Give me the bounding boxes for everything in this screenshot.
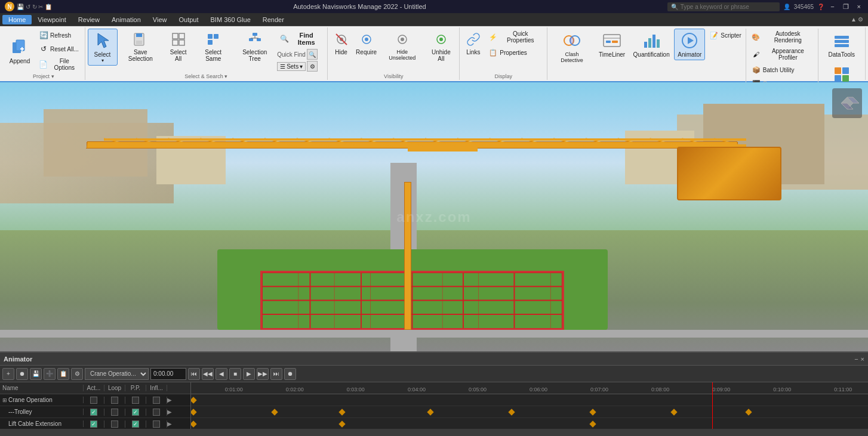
kf-trolley-2[interactable] <box>339 409 346 415</box>
trolley-active-col[interactable]: ✓ <box>84 409 104 416</box>
viewport[interactable]: anxz.com <box>0 82 868 351</box>
kf-crane-0[interactable] <box>191 397 197 403</box>
animator-header-buttons[interactable]: − × <box>854 355 864 363</box>
time-input[interactable] <box>150 368 186 380</box>
prev-frame-btn[interactable]: ◀◀ <box>202 368 214 380</box>
trolley-loop-check[interactable] <box>111 409 118 416</box>
file-options-button[interactable]: 📄 File Options <box>36 56 82 73</box>
anim-settings-btn[interactable]: ⚙ <box>71 368 83 380</box>
unhide-all-button[interactable]: Unhide All <box>425 29 457 64</box>
trolley-pp-check[interactable]: ✓ <box>132 409 139 416</box>
playhead[interactable] <box>712 382 713 429</box>
select-same-button[interactable]: Select Same <box>194 29 232 64</box>
menu-home[interactable]: Home <box>2 15 32 24</box>
find-items-button[interactable]: 🔍 Find Items <box>277 30 325 48</box>
select-button[interactable]: Select ▾ <box>88 29 118 66</box>
lift-infl-col[interactable] <box>146 420 167 428</box>
kf-trolley-1[interactable] <box>271 409 278 415</box>
menu-render[interactable]: Render <box>257 15 290 24</box>
go-end-btn[interactable]: ⏭ <box>270 368 282 380</box>
quick-access[interactable]: 💾 ↺ ↻ ✂ 📋 <box>17 4 52 10</box>
trolley-pp-col[interactable]: ✓ <box>125 409 146 416</box>
next-btn[interactable]: ▶▶ <box>257 368 269 380</box>
sets-options-btn[interactable]: ⚙ <box>307 61 318 72</box>
minimize-btn[interactable]: − <box>828 3 836 10</box>
quick-find-search-btn[interactable]: 🔍 <box>307 49 318 60</box>
track-lift-cable[interactable] <box>191 418 868 429</box>
quantification-button[interactable]: Quantification <box>630 29 673 60</box>
lift-pp-check[interactable]: ✓ <box>132 420 139 428</box>
select-all-button[interactable]: Select All <box>164 29 193 64</box>
lift-active-check[interactable]: ✓ <box>90 420 97 428</box>
tree-row-lift-cable[interactable]: Lift Cable Extension ✓ ✓ ▶ <box>0 418 190 429</box>
animator-close-btn[interactable]: × <box>861 355 864 363</box>
selection-tree-button[interactable]: Selection Tree <box>233 29 276 64</box>
appearance-profiler-button[interactable]: 🖌 Appearance Profiler <box>749 46 817 63</box>
scene-dropdown[interactable]: Crane Operatio... <box>85 368 149 380</box>
go-start-btn[interactable]: ⏮ <box>188 368 200 380</box>
kf-trolley-6[interactable] <box>670 409 677 415</box>
record-btn[interactable]: ⏺ <box>16 368 28 380</box>
crane-op-arrow-col[interactable]: ▶ <box>167 397 178 403</box>
crane-op-loop-col[interactable] <box>104 397 125 404</box>
menu-viewpoint[interactable]: Viewpoint <box>32 15 72 24</box>
crane-op-infl-col[interactable] <box>146 397 167 404</box>
restore-btn[interactable]: ❐ <box>841 3 851 11</box>
prev-btn[interactable]: ◀ <box>216 368 227 380</box>
tree-row-trolley[interactable]: ---Trolley ✓ ✓ ▶ <box>0 406 190 418</box>
trolley-arrow-col[interactable]: ▶ <box>167 409 178 415</box>
lift-loop-check[interactable] <box>111 420 118 428</box>
lift-infl-check[interactable] <box>153 420 160 428</box>
add-scene-btn[interactable]: + <box>2 368 14 380</box>
lift-loop-col[interactable] <box>104 420 125 428</box>
track-trolley[interactable] <box>191 406 868 418</box>
kf-trolley-0[interactable] <box>191 409 197 415</box>
trolley-infl-check[interactable] <box>153 409 160 416</box>
clash-detective-button[interactable]: Clash Detective <box>550 29 594 66</box>
hide-unselected-button[interactable]: Hide Unselected <box>380 29 424 63</box>
menu-bim360[interactable]: BIM 360 Glue <box>205 15 257 24</box>
trolley-infl-col[interactable] <box>146 409 167 416</box>
scripter-button[interactable]: 📝 Scripter <box>706 29 744 42</box>
kf-lift-1[interactable] <box>339 420 346 427</box>
crane-op-pp-check[interactable] <box>132 397 139 404</box>
crane-op-active-check[interactable] <box>90 397 97 404</box>
nav-cube[interactable] <box>832 88 862 118</box>
properties-button[interactable]: 📋 Properties <box>485 46 544 59</box>
title-search-input[interactable] <box>681 4 776 10</box>
datatools-button[interactable]: DataTools <box>824 29 859 60</box>
save-scene-btn[interactable]: 💾 <box>30 368 42 380</box>
copy-btn[interactable]: 📋 <box>57 368 69 380</box>
kf-trolley-7[interactable] <box>745 409 752 415</box>
add-anim-btn[interactable]: ➕ <box>44 368 56 380</box>
ribbon-toggle[interactable]: ▲ <box>851 16 857 23</box>
kf-trolley-3[interactable] <box>427 409 433 415</box>
quick-properties-button[interactable]: ⚡ Quick Properties <box>485 29 544 45</box>
close-btn[interactable]: × <box>855 3 863 10</box>
save-selection-button[interactable]: Save Selection <box>119 29 163 64</box>
titlebar-right[interactable]: 🔍 👤 345465 ❓ − ❐ × <box>667 2 863 11</box>
menu-view[interactable]: View <box>147 15 173 24</box>
track-crane-operation[interactable] <box>191 394 868 406</box>
trolley-active-check[interactable]: ✓ <box>90 409 97 416</box>
timeliner-button[interactable]: TimeLiner <box>595 29 629 60</box>
lift-arrow-col[interactable]: ▶ <box>167 420 178 427</box>
menu-output[interactable]: Output <box>173 15 205 24</box>
kf-lift-2[interactable] <box>589 420 596 427</box>
stop-btn[interactable]: ■ <box>229 368 241 380</box>
hide-button[interactable]: Hide <box>330 29 352 58</box>
batch-utility-button[interactable]: 📦 Batch Utility <box>749 63 817 76</box>
menu-review[interactable]: Review <box>72 15 106 24</box>
trolley-loop-col[interactable] <box>104 409 125 416</box>
play-btn[interactable]: ▶ <box>243 368 255 380</box>
animator-timeline[interactable]: 0:01:00 0:02:00 0:03:00 0:04:00 0:05:00 … <box>191 382 868 429</box>
animator-minimize-btn[interactable]: − <box>854 355 858 363</box>
links-button[interactable]: Links <box>462 29 484 58</box>
refresh-button[interactable]: 🔄 Refresh <box>36 29 82 42</box>
reset-all-button[interactable]: ↺ Reset All... <box>36 42 82 55</box>
crane-op-infl-check[interactable] <box>153 397 160 404</box>
autodesk-rendering-button[interactable]: 🎨 Autodesk Rendering <box>749 29 817 45</box>
sets-dropdown[interactable]: ☰ Sets ▾ <box>277 62 306 71</box>
crane-op-pp-col[interactable] <box>125 397 146 404</box>
kf-trolley-5[interactable] <box>589 409 596 415</box>
